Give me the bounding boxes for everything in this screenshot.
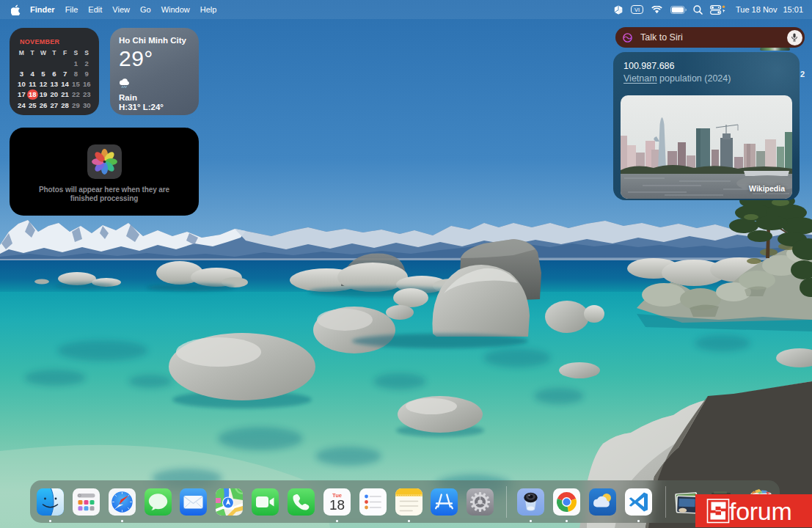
svg-text:VI: VI — [634, 7, 640, 13]
svg-text:18: 18 — [329, 497, 345, 513]
svg-text:forum: forum — [729, 497, 791, 525]
